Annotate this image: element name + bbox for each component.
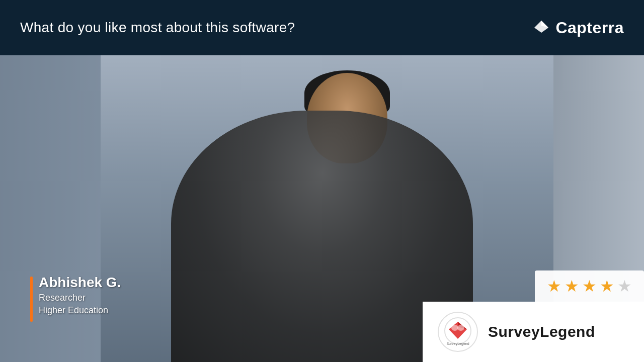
star-3: ★ bbox=[582, 277, 597, 296]
product-name: SurveyLegend bbox=[488, 323, 595, 340]
top-bar: What do you like most about this softwar… bbox=[0, 0, 644, 55]
star-1: ★ bbox=[547, 277, 561, 296]
star-5: ★ bbox=[617, 277, 632, 296]
person-name: Abhishek G. bbox=[39, 275, 121, 291]
video-container: What do you like most about this softwar… bbox=[0, 0, 644, 362]
person-title: Researcher bbox=[39, 293, 121, 303]
question-text: What do you like most about this softwar… bbox=[20, 20, 295, 36]
svg-point-5 bbox=[451, 325, 458, 331]
star-2: ★ bbox=[565, 277, 579, 296]
product-logo: SurveyLegend bbox=[438, 312, 478, 352]
person-industry: Higher Education bbox=[39, 305, 121, 316]
svg-text:SurveyLegend: SurveyLegend bbox=[446, 342, 469, 346]
capterra-logo: Capterra bbox=[532, 19, 624, 37]
svg-point-6 bbox=[457, 325, 464, 331]
product-box: SurveyLegend SurveyLegend bbox=[423, 302, 644, 362]
capterra-icon bbox=[532, 19, 550, 37]
person-info-panel: Abhishek G. Researcher Higher Education bbox=[30, 275, 121, 322]
person-details: Abhishek G. Researcher Higher Education bbox=[39, 275, 121, 316]
rating-box: ★ ★ ★ ★ ★ bbox=[535, 270, 644, 302]
capterra-name: Capterra bbox=[555, 19, 624, 37]
star-4: ★ bbox=[600, 277, 614, 296]
orange-accent-bar bbox=[30, 277, 33, 322]
surveylegend-logo-svg: SurveyLegend bbox=[443, 317, 473, 347]
rating-product-panel: ★ ★ ★ ★ ★ SurveyLegend bbox=[423, 270, 644, 362]
